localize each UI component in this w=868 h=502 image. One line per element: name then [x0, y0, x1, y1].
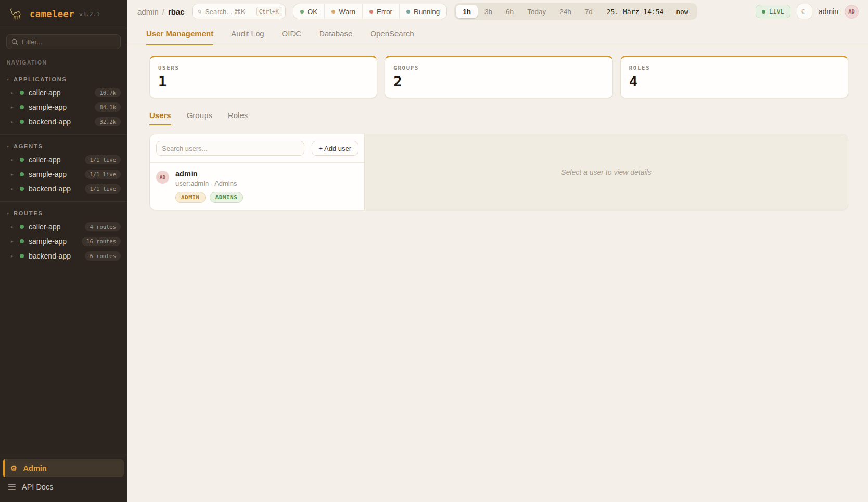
subtab-roles[interactable]: Roles [228, 111, 248, 125]
count-badge: 10.7k [95, 88, 121, 97]
app-logo[interactable]: cameleer v3.2.1 [0, 0, 127, 28]
search-shortcut-kbd: Ctrl+K [256, 7, 282, 16]
datetime-value: 25. März 14:54 [607, 8, 664, 16]
status-filter-error[interactable]: Error [362, 4, 399, 19]
topbar-right: LIVE ☾ admin AD [756, 4, 859, 19]
list-icon [8, 484, 16, 490]
group-badge-admins: ADMINS [210, 192, 244, 203]
sidebar-item-routes-sample-app[interactable]: ▸ sample-app 16 routes [0, 234, 127, 249]
time-range-display: 25. März 14:54 — now [599, 8, 696, 16]
user-badges: ADMIN ADMINS [175, 192, 243, 203]
theme-toggle-button[interactable]: ☾ [797, 4, 812, 19]
sidebar-item-applications-caller-app[interactable]: ▸ caller-app 10.7k [0, 85, 127, 100]
user-name: admin [175, 170, 243, 178]
status-dot-green [20, 225, 24, 229]
time-range-1h[interactable]: 1h [456, 5, 478, 18]
time-range-24h[interactable]: 24h [553, 5, 578, 18]
app-version: v3.2.1 [79, 11, 100, 18]
section-header-routes[interactable]: ▾ ROUTES [0, 207, 127, 220]
sidebar-item-routes-caller-app[interactable]: ▸ caller-app 4 routes [0, 220, 127, 234]
user-subtitle: user:admin · Admins [175, 179, 243, 187]
chevron-right-icon: ▸ [11, 119, 15, 124]
time-range-today[interactable]: Today [520, 5, 553, 18]
status-dot-green [20, 254, 24, 258]
live-status-badge[interactable]: LIVE [756, 5, 790, 18]
app-name: cameleer [30, 9, 74, 19]
breadcrumb-current: rbac [168, 7, 185, 16]
sidebar-item-routes-backend-app[interactable]: ▸ backend-app 6 routes [0, 249, 127, 263]
chevron-down-icon: ▾ [7, 144, 9, 149]
user-detail-pane: Select a user to view details [365, 134, 848, 210]
sidebar-filter [6, 34, 121, 49]
tab-user-management[interactable]: User Management [146, 29, 213, 45]
chevron-right-icon: ▸ [11, 253, 15, 259]
status-dot-green [20, 158, 24, 162]
status-dot-green [20, 187, 24, 191]
users-toolbar: + Add user [150, 134, 364, 163]
navigation-label: NAVIGATION [0, 52, 127, 68]
tab-audit-log[interactable]: Audit Log [231, 29, 264, 45]
warn-status-dot [331, 10, 335, 14]
now-label: now [676, 8, 688, 16]
sidebar-item-agents-backend-app[interactable]: ▸ backend-app 1/1 live [0, 182, 127, 196]
stat-label: USERS [158, 65, 368, 71]
chevron-right-icon: ▸ [11, 224, 15, 229]
search-icon [11, 38, 18, 45]
avatar[interactable]: AD [845, 5, 859, 19]
users-list-pane: + Add user AD admin user:admin · Admins … [150, 134, 365, 210]
section-applications: ▾ APPLICATIONS ▸ caller-app 10.7k ▸ samp… [0, 68, 127, 129]
tab-database[interactable]: Database [319, 29, 352, 45]
status-dot-green [20, 105, 24, 109]
sidebar-item-agents-sample-app[interactable]: ▸ sample-app 1/1 live [0, 167, 127, 182]
user-info: admin user:admin · Admins ADMIN ADMINS [175, 170, 243, 203]
time-range-6h[interactable]: 6h [499, 5, 520, 18]
user-avatar: AD [156, 171, 169, 184]
time-range-3h[interactable]: 3h [478, 5, 499, 18]
error-status-dot [369, 10, 373, 14]
tab-opensearch[interactable]: OpenSearch [370, 29, 414, 45]
stat-card-groups: GROUPS 2 [385, 56, 612, 98]
live-count-badge: 1/1 live [85, 184, 121, 194]
chevron-right-icon: ▸ [11, 172, 15, 177]
sidebar-item-admin[interactable]: ⚙ Admin [3, 459, 124, 477]
count-badge: 84.1k [95, 102, 121, 112]
global-search[interactable]: Ctrl+K [192, 4, 286, 19]
sidebar: cameleer v3.2.1 NAVIGATION ▾ APPLICATION… [0, 0, 127, 502]
role-badge-admin: ADMIN [175, 192, 206, 203]
stat-value: 4 [629, 73, 839, 89]
stat-value: 1 [158, 73, 368, 89]
gear-icon: ⚙ [10, 465, 17, 472]
tab-oidc[interactable]: OIDC [282, 29, 302, 45]
status-dot-green [20, 172, 24, 176]
running-status-dot [406, 10, 410, 14]
section-header-applications[interactable]: ▾ APPLICATIONS [0, 73, 127, 85]
status-filter-warn[interactable]: Warn [324, 4, 362, 19]
breadcrumb-parent[interactable]: admin [137, 7, 159, 16]
add-user-button[interactable]: + Add user [312, 141, 358, 156]
subtab-users[interactable]: Users [149, 111, 171, 125]
sidebar-item-applications-backend-app[interactable]: ▸ backend-app 32.2k [0, 114, 127, 129]
time-range-7d[interactable]: 7d [578, 5, 599, 18]
stat-card-roles: ROLES 4 [620, 56, 848, 98]
search-icon [198, 8, 201, 15]
stats-grid: USERS 1 GROUPS 2 ROLES 4 [149, 56, 848, 98]
sidebar-item-agents-caller-app[interactable]: ▸ caller-app 1/1 live [0, 152, 127, 167]
global-search-input[interactable] [205, 8, 252, 16]
user-search-input[interactable] [156, 141, 304, 156]
section-header-agents[interactable]: ▾ AGENTS [0, 140, 127, 152]
sidebar-item-applications-sample-app[interactable]: ▸ sample-app 84.1k [0, 100, 127, 114]
user-list-item-admin[interactable]: AD admin user:admin · Admins ADMIN ADMIN… [150, 163, 364, 210]
topbar: admin / rbac Ctrl+K OK Warn Error [127, 0, 868, 23]
chevron-right-icon: ▸ [11, 157, 15, 162]
status-filter-running[interactable]: Running [399, 4, 446, 19]
status-filter-ok[interactable]: OK [293, 4, 325, 19]
sidebar-item-api-docs[interactable]: API Docs [3, 478, 124, 496]
stat-label: GROUPS [393, 65, 604, 71]
ok-status-dot [300, 10, 304, 14]
status-dot-green [20, 91, 24, 95]
stat-value: 2 [393, 73, 604, 89]
main-tabbar: User Management Audit Log OIDC Database … [127, 23, 868, 45]
stat-label: ROLES [629, 65, 839, 71]
subtab-groups[interactable]: Groups [187, 111, 212, 125]
sidebar-filter-input[interactable] [22, 38, 116, 46]
